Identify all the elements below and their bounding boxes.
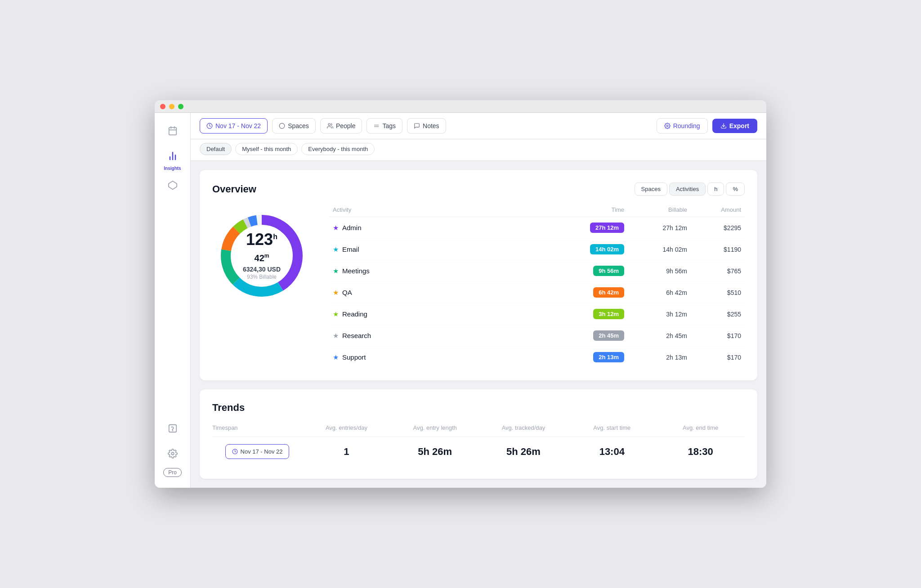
activity-label: QA (342, 289, 352, 296)
activity-label: Admin (342, 224, 362, 232)
time-cell: 3h 12m (552, 309, 624, 319)
date-range-button[interactable]: Nov 17 - Nov 22 (200, 118, 268, 134)
amount-cell: $255 (687, 311, 741, 318)
sidebar-item-calendar[interactable] (162, 120, 183, 142)
trends-tracked: 5h 26m (479, 446, 568, 458)
people-button[interactable]: People (320, 118, 362, 134)
trends-date-button[interactable]: Nov 17 - Nov 22 (225, 444, 290, 459)
activity-name: ★ Support (333, 353, 552, 361)
star-icon: ★ (333, 224, 339, 232)
table-row: ★ Admin 27h 12m 27h 12m $2295 (329, 217, 745, 239)
toolbar: Nov 17 - Nov 22 Spaces People Tags Notes (191, 113, 766, 139)
star-icon: ★ (333, 310, 339, 318)
star-icon: ★ (333, 267, 339, 275)
activity-name: ★ Admin (333, 224, 552, 232)
time-badge: 2h 13m (593, 352, 624, 362)
trends-card: Trends Timespan Avg. entries/day Avg. en… (200, 389, 757, 479)
activity-name: ★ Email (333, 245, 552, 254)
donut-billable: 93% Billable (237, 274, 286, 280)
app-window: Insights (155, 100, 766, 488)
time-cell: 14h 02m (552, 244, 624, 254)
trends-col-end: Avg. end time (656, 424, 745, 431)
activity-rows: ★ Admin 27h 12m 27h 12m $2295 ★ Email 14… (329, 217, 745, 368)
star-icon: ★ (333, 245, 339, 254)
trends-col-entries: Avg. entries/day (302, 424, 391, 431)
export-label: Export (729, 122, 749, 129)
sidebar-item-diamond[interactable] (162, 174, 183, 196)
spaces-button[interactable]: Spaces (272, 118, 316, 134)
filter-everybody[interactable]: Everybody - this month (301, 143, 375, 155)
sidebar-item-help[interactable] (162, 418, 183, 439)
trends-date-label: Nov 17 - Nov 22 (241, 448, 283, 455)
time-cell: 27h 12m (552, 223, 624, 233)
activity-name: ★ Reading (333, 310, 552, 318)
trends-table: Timespan Avg. entries/day Avg. entry len… (212, 424, 745, 466)
notes-button[interactable]: Notes (407, 118, 446, 134)
pro-badge[interactable]: Pro (163, 468, 182, 477)
time-badge: 27h 12m (590, 223, 624, 233)
activity-label: Research (342, 332, 371, 339)
table-row: ★ Reading 3h 12m 3h 12m $255 (329, 303, 745, 325)
amount-cell: $510 (687, 289, 741, 296)
amount-cell: $170 (687, 354, 741, 361)
billable-cell: 14h 02m (624, 246, 687, 253)
spaces-label: Spaces (288, 122, 309, 129)
toggle-spaces[interactable]: Spaces (635, 183, 667, 196)
sidebar-item-insights[interactable] (162, 145, 183, 167)
donut-center: 123h 42m 6324,30 USD 93% Billable (237, 232, 286, 280)
billable-cell: 6h 42m (624, 289, 687, 296)
tags-label: Tags (382, 122, 396, 129)
billable-cell: 2h 45m (624, 332, 687, 339)
billable-cell: 2h 13m (624, 354, 687, 361)
sidebar: Insights (155, 113, 191, 488)
svg-point-10 (328, 124, 331, 126)
svg-point-13 (666, 125, 668, 127)
people-label: People (336, 122, 356, 129)
rounding-button[interactable]: Rounding (657, 118, 708, 134)
filter-default[interactable]: Default (200, 143, 232, 155)
amount-cell: $1190 (687, 246, 741, 253)
time-cell: 2h 13m (552, 352, 624, 362)
trends-col-tracked: Avg. tracked/day (479, 424, 568, 431)
date-range-label: Nov 17 - Nov 22 (215, 122, 261, 129)
header-amount: Amount (687, 206, 741, 213)
trends-col-start: Avg. start time (568, 424, 656, 431)
time-badge: 6h 42m (593, 287, 624, 298)
overview-card: Overview Spaces Activities h % (200, 170, 757, 380)
svg-rect-0 (169, 128, 176, 135)
table-row: ★ Email 14h 02m 14h 02m $1190 (329, 239, 745, 260)
donut-usd: 6324,30 USD (237, 266, 286, 273)
scroll-area[interactable]: Overview Spaces Activities h % (191, 161, 766, 488)
donut-hours: 123h 42m (237, 232, 286, 264)
star-icon: ★ (333, 332, 339, 340)
tags-button[interactable]: Tags (367, 118, 402, 134)
billable-cell: 27h 12m (624, 224, 687, 232)
table-row: ★ Support 2h 13m 2h 13m $170 (329, 347, 745, 368)
trends-header-row: Trends (212, 402, 745, 414)
export-button[interactable]: Export (712, 119, 757, 133)
sidebar-bottom: Pro (162, 418, 183, 481)
time-badge: 9h 56m (593, 266, 624, 276)
main-content: Nov 17 - Nov 22 Spaces People Tags Notes (191, 113, 766, 488)
filter-myself[interactable]: Myself - this month (235, 143, 298, 155)
notes-label: Notes (423, 122, 439, 129)
sidebar-item-settings[interactable] (162, 443, 183, 464)
amount-cell: $765 (687, 267, 741, 275)
close-button[interactable] (160, 104, 165, 109)
trends-header: Timespan Avg. entries/day Avg. entry len… (212, 424, 745, 437)
activity-label: Support (342, 353, 366, 361)
header-activity: Activity (333, 206, 552, 213)
trends-entry-length: 5h 26m (391, 446, 479, 458)
toggle-activities[interactable]: Activities (669, 183, 706, 196)
time-badge: 14h 02m (590, 244, 624, 254)
activity-label: Meetings (342, 267, 370, 275)
activity-name: ★ Research (333, 332, 552, 340)
table-header: Activity Time Billable Amount (329, 206, 745, 217)
minimize-button[interactable] (169, 104, 174, 109)
activity-label: Reading (342, 310, 367, 318)
toggle-percent[interactable]: % (726, 183, 745, 196)
trends-end: 18:30 (656, 446, 745, 458)
toggle-h[interactable]: h (707, 183, 724, 196)
table-row: ★ QA 6h 42m 6h 42m $510 (329, 282, 745, 303)
maximize-button[interactable] (178, 104, 183, 109)
